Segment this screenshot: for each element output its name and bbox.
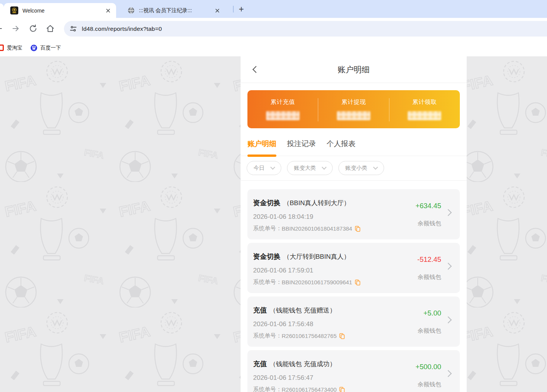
transaction-wallet: 余额钱包 xyxy=(418,220,441,228)
order-number: BBIN202601061759009641 xyxy=(282,279,352,285)
transaction-amount: +634.45 xyxy=(416,202,441,210)
globe-icon xyxy=(128,7,135,14)
page-title: 账户明细 xyxy=(241,56,467,83)
copy-icon[interactable] xyxy=(339,333,345,339)
transaction-amount: -512.45 xyxy=(417,255,441,264)
order-number: R2601061756473400 xyxy=(282,386,336,392)
summary-masked-value xyxy=(337,111,370,120)
order-prefix: 系统单号： xyxy=(253,332,282,339)
tab-title: Welcome xyxy=(22,8,105,14)
transaction-detail: （钱能钱包 充值成功） xyxy=(270,360,336,368)
transaction-wallet: 余额钱包 xyxy=(418,327,441,335)
summary-column: 累计领取 xyxy=(389,90,460,128)
page-header: 账户明细 xyxy=(241,56,467,83)
summary-masked-value xyxy=(408,111,441,120)
bookmark-label: 百度一下 xyxy=(40,45,61,51)
summary-masked-value xyxy=(266,111,300,120)
transaction-card[interactable]: 充值（钱能钱包 充值赠送） 2026-01-06 17:56:48 系统单号：R… xyxy=(247,296,460,347)
chevron-down-icon xyxy=(373,165,378,170)
transaction-amount: +500.00 xyxy=(416,363,441,371)
transaction-detail: （BBIN真人转到大厅） xyxy=(283,199,350,207)
summary-label: 累计充值 xyxy=(271,98,295,106)
transaction-type: 充值 xyxy=(253,360,267,368)
tab-close-icon[interactable] xyxy=(105,7,112,14)
summary-label: 累计提现 xyxy=(341,98,366,106)
order-number: BBIN202601061804187384 xyxy=(282,225,352,232)
address-bar[interactable]: ld48.com/reports/index?tab=0 xyxy=(64,21,547,37)
totals-summary-card: 累计充值 累计提现 累计领取 xyxy=(247,90,460,128)
transaction-card[interactable]: 资金切换（大厅转到BBIN真人） 2026-01-06 17:59:01 系统单… xyxy=(247,243,460,293)
filter-dropdown[interactable]: 账变小类 xyxy=(338,161,384,175)
forward-icon[interactable] xyxy=(11,24,21,33)
welcome-tab-favicon xyxy=(10,6,18,14)
order-prefix: 系统单号： xyxy=(253,386,282,392)
filter-dropdown[interactable]: 账变大类 xyxy=(287,161,333,175)
chevron-down-icon xyxy=(322,165,327,170)
copy-icon[interactable] xyxy=(339,387,345,392)
tab-close-icon[interactable] xyxy=(214,7,221,14)
reload-icon[interactable] xyxy=(29,24,38,33)
order-number: R2601061756482765 xyxy=(282,333,336,339)
report-tab-inactive[interactable]: 个人报表 xyxy=(327,134,356,156)
taobao-icon xyxy=(0,45,4,51)
transaction-type: 资金切换 xyxy=(253,199,281,207)
report-tab-inactive[interactable]: 投注记录 xyxy=(287,134,316,156)
svg-text:du: du xyxy=(33,48,35,49)
transaction-card[interactable]: 充值（钱能钱包 充值成功） 2026-01-06 17:56:47 系统单号：R… xyxy=(247,350,460,392)
report-tab-active[interactable]: 账户明细 xyxy=(247,134,276,156)
transaction-type: 充值 xyxy=(253,306,267,314)
offscreen-tab-fragment xyxy=(0,3,4,18)
summary-label: 累计领取 xyxy=(412,98,437,106)
browser-toolbar: ld48.com/reports/index?tab=0 xyxy=(0,18,547,39)
order-prefix: 系统单号： xyxy=(253,225,282,232)
browser-tab-welcome[interactable]: Welcome xyxy=(4,3,116,18)
home-icon[interactable] xyxy=(46,24,55,33)
bookmark-baidu[interactable]: du 百度一下 xyxy=(30,39,61,56)
site-settings-icon[interactable] xyxy=(70,25,77,32)
filter-dropdown[interactable]: 今日 xyxy=(247,161,281,175)
filter-label: 账变小类 xyxy=(345,164,367,172)
baidu-icon: du xyxy=(30,45,37,51)
transaction-type: 资金切换 xyxy=(253,253,281,260)
report-tabs: 账户明细投注记录个人报表 xyxy=(241,134,467,156)
transaction-list: 资金切换（BBIN真人转到大厅） 2026-01-06 18:04:19 系统单… xyxy=(241,181,467,392)
page-content-area: FIFA FIFA 账户明细 xyxy=(0,56,547,392)
transaction-amount: +5.00 xyxy=(423,309,441,317)
new-tab-button[interactable]: + xyxy=(236,4,247,14)
tab-divider xyxy=(233,6,234,13)
transaction-detail: （钱能钱包 充值赠送） xyxy=(270,307,336,314)
transaction-card[interactable]: 资金切换（BBIN真人转到大厅） 2026-01-06 18:04:19 系统单… xyxy=(247,189,460,239)
report-panel: 账户明细 累计充值 累计提现 累计领取 账户明细投注记录个人报表 今日 账变大类… xyxy=(241,56,467,392)
bookmarks-bar: 爱淘宝 du 百度一下 xyxy=(0,39,547,56)
filter-label: 账变大类 xyxy=(294,164,316,172)
summary-column: 累计提现 xyxy=(318,90,389,128)
browser-tab-records[interactable]: :::视讯 会员下注纪录::: xyxy=(121,3,225,18)
filter-row: 今日 账变大类 账变小类 xyxy=(241,156,467,181)
tab-title: :::视讯 会员下注纪录::: xyxy=(139,7,214,14)
order-prefix: 系统单号： xyxy=(253,279,282,286)
url-text[interactable]: ld48.com/reports/index?tab=0 xyxy=(82,25,162,32)
back-icon[interactable] xyxy=(0,24,3,33)
browser-tab-strip: Welcome :::视讯 会员下注纪录::: + xyxy=(0,0,547,18)
copy-icon[interactable] xyxy=(355,226,360,232)
filter-label: 今日 xyxy=(254,164,265,172)
transaction-wallet: 余额钱包 xyxy=(418,381,441,389)
summary-column: 累计充值 xyxy=(247,90,318,128)
bookmark-aitaobao[interactable]: 爱淘宝 xyxy=(0,39,22,56)
transaction-detail: （大厅转到BBIN真人） xyxy=(283,253,350,260)
bookmark-label: 爱淘宝 xyxy=(7,45,22,51)
chevron-down-icon xyxy=(270,165,275,170)
transaction-wallet: 余额钱包 xyxy=(418,273,441,281)
copy-icon[interactable] xyxy=(355,279,360,285)
